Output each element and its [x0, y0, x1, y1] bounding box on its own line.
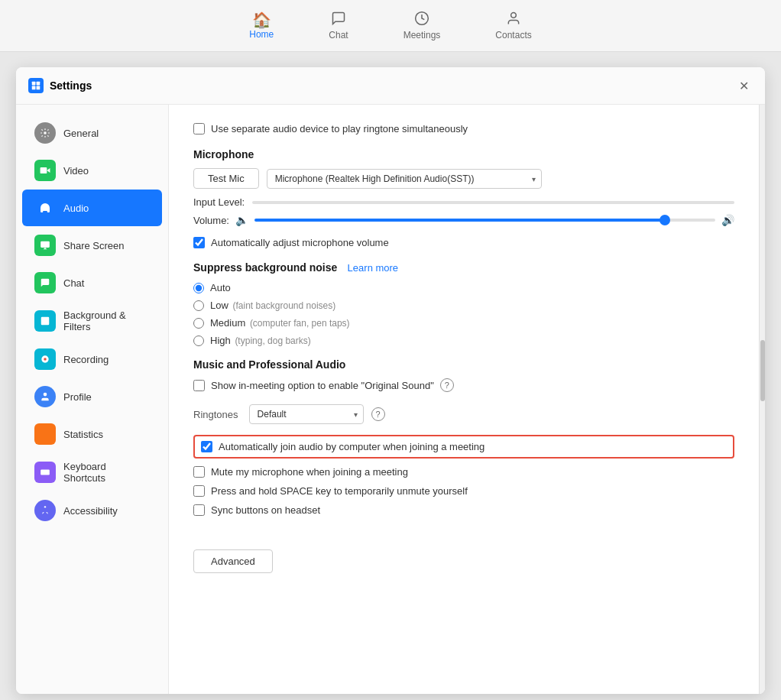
volume-low-icon: 🔈 [235, 214, 248, 226]
svg-marker-7 [47, 168, 50, 173]
sidebar: General Video Audi [16, 105, 169, 694]
auto-adjust-label: Automatically adjust microphone volume [211, 237, 389, 248]
svg-point-15 [44, 393, 47, 397]
settings-content: Use separate audio device to play ringto… [169, 105, 759, 694]
sidebar-audio-label: Audio [63, 203, 89, 214]
meetings-icon [414, 11, 429, 28]
noise-low-label: Low (faint background noises) [210, 300, 335, 311]
sync-buttons-checkbox[interactable] [193, 504, 205, 516]
nav-home-label: Home [249, 29, 274, 40]
sidebar-item-profile[interactable]: Profile [22, 378, 162, 415]
nav-contacts[interactable]: Contacts [483, 5, 543, 47]
close-button[interactable]: ✕ [734, 76, 753, 95]
sidebar-item-recording[interactable]: Recording [22, 341, 162, 378]
auto-join-highlighted-row: Automatically join audio by computer whe… [193, 435, 734, 459]
advanced-button[interactable]: Advanced [193, 549, 273, 573]
sidebar-item-accessibility[interactable]: Accessibility [22, 492, 162, 529]
sync-buttons-label: Sync buttons on headset [211, 504, 320, 516]
volume-high-icon: 🔊 [721, 214, 734, 226]
nav-contacts-label: Contacts [495, 30, 531, 41]
noise-low-radio[interactable] [193, 300, 204, 311]
auto-adjust-checkbox[interactable] [193, 237, 205, 248]
svg-point-24 [44, 506, 46, 507]
sidebar-chat-label: Chat [63, 277, 84, 289]
mute-mic-row: Mute my microphone when joining a meetin… [193, 466, 734, 478]
separate-audio-row: Use separate audio device to play ringto… [193, 123, 734, 134]
nav-meetings[interactable]: Meetings [391, 5, 453, 47]
recording-icon [34, 348, 56, 370]
nav-chat[interactable]: Chat [316, 5, 360, 47]
music-section-title: Music and Professional Audio [193, 358, 734, 371]
scrollbar-track[interactable] [759, 105, 765, 694]
original-sound-row: Show in-meeting option to enable "Origin… [193, 378, 734, 392]
sidebar-bg-label: Background & Filters [63, 309, 150, 332]
sidebar-item-share-screen[interactable]: Share Screen [22, 227, 162, 264]
accessibility-icon [34, 500, 56, 521]
press-space-label: Press and hold SPACE key to temporarily … [211, 485, 468, 497]
nav-meetings-label: Meetings [403, 30, 441, 41]
sidebar-item-keyboard-shortcuts[interactable]: Keyboard Shortcuts [22, 453, 162, 491]
noise-low-row: Low (faint background noises) [193, 300, 734, 311]
learn-more-link[interactable]: Learn more [348, 262, 398, 274]
svg-rect-19 [41, 470, 50, 475]
ringtones-select-wrapper: Default Chime Bell None ▾ [249, 404, 364, 424]
nav-home[interactable]: 🏠 Home [237, 6, 286, 46]
svg-rect-4 [32, 86, 36, 90]
sidebar-recording-label: Recording [63, 354, 109, 365]
svg-rect-5 [37, 86, 41, 90]
press-space-checkbox[interactable] [193, 485, 205, 497]
profile-icon [34, 386, 56, 407]
noise-auto-radio[interactable] [193, 283, 204, 293]
noise-medium-hint: (computer fan, pen taps) [250, 318, 350, 329]
contacts-icon [506, 11, 521, 28]
background-filters-icon [34, 310, 56, 332]
noise-medium-row: Medium (computer fan, pen taps) [193, 317, 734, 329]
mute-mic-checkbox[interactable] [193, 466, 205, 478]
original-sound-checkbox[interactable] [193, 380, 205, 391]
ringtones-label: Ringtones [193, 409, 238, 420]
noise-high-radio[interactable] [193, 335, 204, 346]
svg-rect-3 [37, 82, 41, 86]
scrollbar-thumb[interactable] [760, 340, 765, 401]
press-space-row: Press and hold SPACE key to temporarily … [193, 485, 734, 497]
original-sound-help-icon[interactable]: ? [440, 378, 454, 392]
settings-body: General Video Audi [16, 105, 765, 694]
auto-join-checkbox[interactable] [201, 441, 212, 452]
nav-chat-label: Chat [329, 30, 348, 41]
sidebar-item-statistics[interactable]: Statistics [22, 416, 162, 452]
sync-buttons-row: Sync buttons on headset [193, 504, 734, 516]
volume-row: Volume: 🔈 🔊 [193, 214, 734, 226]
input-level-bar [252, 201, 734, 204]
settings-titlebar: Settings ✕ [16, 67, 765, 105]
microphone-device-row: Test Mic Microphone (Realtek High Defini… [193, 168, 734, 189]
statistics-icon [34, 423, 56, 445]
top-navigation: 🏠 Home Chat Meetings Contacts [0, 0, 781, 52]
settings-window: Settings ✕ General [16, 67, 765, 694]
sidebar-profile-label: Profile [63, 391, 92, 403]
noise-high-label: High (typing, dog barks) [210, 335, 311, 346]
svg-rect-2 [32, 82, 36, 86]
test-mic-button[interactable]: Test Mic [193, 168, 259, 189]
sidebar-item-video[interactable]: Video [22, 152, 162, 189]
svg-point-6 [44, 131, 47, 134]
sidebar-item-chat[interactable]: Chat [22, 264, 162, 301]
volume-slider[interactable] [254, 219, 715, 222]
chat-sidebar-icon [34, 272, 56, 293]
sidebar-item-general[interactable]: General [22, 115, 162, 151]
svg-point-1 [511, 13, 517, 18]
separate-audio-checkbox[interactable] [193, 123, 205, 134]
general-icon [34, 122, 56, 144]
keyboard-shortcuts-icon [34, 462, 56, 483]
app-logo [28, 78, 44, 93]
svg-point-14 [44, 358, 47, 361]
mic-device-select[interactable]: Microphone (Realtek High Definition Audi… [267, 169, 542, 189]
sidebar-item-background-filters[interactable]: Background & Filters [22, 302, 162, 340]
noise-medium-label: Medium (computer fan, pen taps) [210, 317, 350, 329]
noise-medium-radio[interactable] [193, 318, 204, 329]
ringtones-help-icon[interactable]: ? [371, 407, 385, 421]
ringtones-select[interactable]: Default Chime Bell None [249, 404, 364, 424]
sidebar-item-audio[interactable]: Audio [22, 190, 162, 226]
volume-label: Volume: [193, 215, 229, 226]
home-icon: 🏠 [252, 12, 271, 28]
video-icon [34, 160, 56, 181]
